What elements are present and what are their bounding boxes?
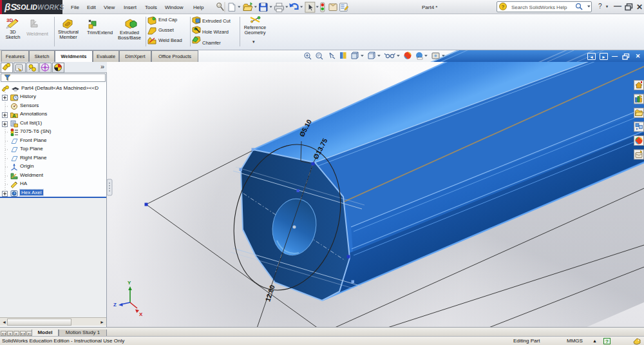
svg-text:Y: Y (128, 280, 131, 286)
svg-text:?: ? (502, 4, 505, 10)
svg-text:X: X (139, 311, 143, 317)
svg-text:A: A (12, 113, 16, 119)
svg-text:Z: Z (113, 302, 117, 308)
